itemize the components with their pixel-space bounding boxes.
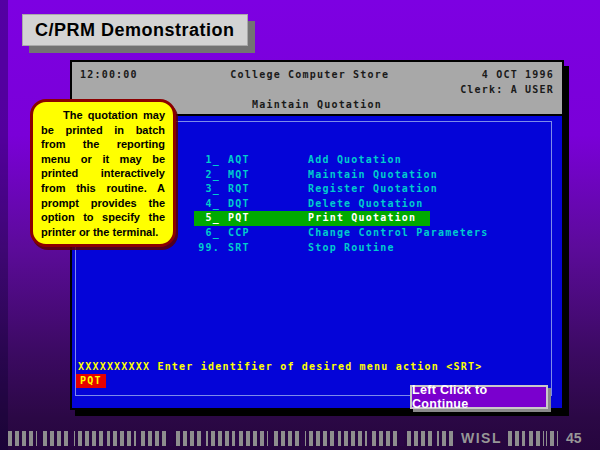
- barcode-decoration-left: [8, 431, 453, 446]
- continue-button[interactable]: Left Click to Continue: [410, 385, 548, 409]
- barcode-decoration-right: [508, 431, 558, 446]
- slide-title-box: C/PRM Demonstration: [22, 14, 248, 46]
- slide: C/PRM Demonstration The quotation may be…: [0, 0, 600, 450]
- menu-item-stop-routine[interactable]: 99. SRT Stop Routine: [194, 241, 395, 256]
- menu-item-maintain-quotation[interactable]: 2_ MQT Maintain Quotation: [194, 168, 438, 183]
- terminal-store-name: College Computer Store: [138, 67, 482, 82]
- terminal-time: 12:00:00: [80, 67, 138, 82]
- annotation-callout: The quotation may be printed in batch fr…: [30, 99, 176, 247]
- menu-item-register-quotation[interactable]: 3_ RQT Register Quotation: [194, 182, 438, 197]
- menu-item-print-quotation-selected[interactable]: 5_ PQT Print Quotation: [194, 211, 430, 226]
- menu-item-add-quotation[interactable]: 1_ AQT Add Quotation: [194, 153, 402, 168]
- menu-item-delete-quotation[interactable]: 4_ DQT Delete Quotation: [194, 197, 424, 212]
- menu-action-prompt: XXXXXXXXXX Enter identifier of desired m…: [78, 361, 482, 372]
- annotation-text: The quotation may be printed in batch fr…: [41, 108, 165, 239]
- page-number: 45: [566, 430, 582, 446]
- continue-button-label: Left Click to Continue: [412, 383, 546, 411]
- terminal-clerk: Clerk: A USER: [460, 82, 554, 97]
- quotation-menu: 1_ AQT Add Quotation 2_ MQT Maintain Quo…: [194, 153, 489, 255]
- menu-item-change-control-parameters[interactable]: 6_ CCP Change Control Parameters: [194, 226, 489, 241]
- terminal-date: 4 OCT 1996: [482, 67, 554, 82]
- menu-action-input[interactable]: PQT: [76, 374, 106, 388]
- slide-title: C/PRM Demonstration: [35, 20, 235, 41]
- footer-brand: WISL: [461, 430, 502, 446]
